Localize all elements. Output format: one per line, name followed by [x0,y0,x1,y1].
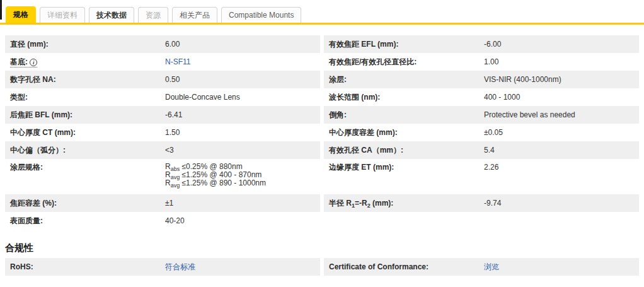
spec-label: 倒角: [324,106,484,124]
spec-value: 2.26 [484,159,639,194]
spec-label: 焦距容差 (%): [5,194,165,212]
spec-row-type: 类型: Double-Concave Lens [5,88,320,106]
substrate-link[interactable]: N-SF11 [165,57,190,66]
coating-spec-line: Ravg ≤1.25% @ 890 - 1000nm [165,179,320,187]
spec-value: Rabs ≤0.25% @ 880nm Ravg ≤1.25% @ 400 - … [165,159,320,194]
spec-row-radius: 半径 R1=-R2 (mm): -9.74 [324,194,639,212]
spec-value: 1.50 [165,124,320,141]
spec-value: 5.4 [484,141,639,159]
spec-row-clear-aperture: 有效孔径 CA（mm）: 5.4 [324,141,639,159]
spec-value: Protective bevel as needed [484,106,639,124]
spec-row-coating: 涂层: VIS-NIR (400-1000nm) [324,71,639,88]
spec-value: 0.50 [165,71,320,88]
tab-related-products[interactable]: 相关产品 [172,7,217,23]
spec-label: 有效焦距 EFL (mm): [324,35,484,53]
compliance-label: RoHS: [5,258,165,276]
spec-value: ±0.05 [484,124,639,141]
info-icon[interactable]: i [30,59,37,66]
spec-column-right: 有效焦距 EFL (mm): -6.00 有效焦距/有效孔径直径比: 1.00 … [324,35,639,230]
spec-label: 中心厚度容差 (mm): [324,124,484,141]
spec-value: -6.00 [484,35,639,53]
spec-label: 有效孔径 CA（mm）: [324,141,484,159]
spec-value: Double-Concave Lens [165,88,320,106]
spec-value: 400 - 1000 [484,88,639,106]
tab-accent-underline [0,23,644,25]
spec-row-center-thickness: 中心厚度 CT (mm): 1.50 [5,124,320,141]
compliance-row-certificate: Certificate of Conformance: 浏览 [324,258,639,276]
spec-row-wavelength-range: 波长范围 (nm): 400 - 1000 [324,88,639,106]
spec-label: 后焦距 BFL (mm): [5,106,165,124]
tab-details[interactable]: 详细资料 [40,7,85,23]
certificate-view-link[interactable]: 浏览 [484,262,499,271]
spec-row-focal-length-tolerance: 焦距容差 (%): ±1 [5,194,320,212]
compliance-label: Certificate of Conformance: [324,258,484,276]
spec-label-text: 基底: [10,57,28,66]
spec-row-fnumber: 有效焦距/有效孔径直径比: 1.00 [324,53,639,71]
spec-label: 中心偏（弧分）: [5,141,165,159]
spec-value: ±1 [165,194,320,212]
spec-row-coating-specification: 涂层规格: Rabs ≤0.25% @ 880nm Ravg ≤1.25% @ … [5,159,320,194]
spec-row-substrate: 基底: i N-SF11 [5,53,320,71]
spec-row-numerical-aperture: 数字孔径 NA: 0.50 [5,71,320,88]
spec-row-effective-focal-length: 有效焦距 EFL (mm): -6.00 [324,35,639,53]
compliance-column-right: Certificate of Conformance: 浏览 [324,258,639,276]
spec-value: 1.00 [484,53,639,71]
spec-row-bevel: 倒角: Protective bevel as needed [324,106,639,124]
spec-value: VIS-NIR (400-1000nm) [484,71,639,88]
tab-bar: 规格 详细资料 技术数据 资源 相关产品 Compatible Mounts [0,0,644,23]
spec-value: -6.41 [165,106,320,124]
spec-label: 类型: [5,88,165,106]
spec-label: 中心厚度 CT (mm): [5,124,165,141]
page-edge-bar [0,0,2,20]
spec-row-center-thickness-tolerance: 中心厚度容差 (mm): ±0.05 [324,124,639,141]
spec-label: 半径 R1=-R2 (mm): [324,194,484,212]
spec-value: <3 [165,141,320,159]
tab-resources[interactable]: 资源 [138,7,168,23]
spec-column-left: 直径 (mm): 6.00 基底: i N-SF11 数字孔径 NA: 0.50… [5,35,320,230]
tab-compatible-mounts[interactable]: Compatible Mounts [221,7,301,23]
spec-label: 直径 (mm): [5,35,165,53]
spec-row-empty [324,212,639,230]
spec-value: 6.00 [165,35,320,53]
spec-row-back-focal-length: 后焦距 BFL (mm): -6.41 [5,106,320,124]
tab-technical-data[interactable]: 技术数据 [89,7,134,23]
tab-specifications[interactable]: 规格 [6,6,36,23]
compliance-heading: 合规性 [5,242,639,254]
spec-row-edge-thickness: 边缘厚度 ET (mm): 2.26 [324,159,639,194]
spec-label: 涂层: [324,71,484,88]
compliance-section: RoHS: 符合标准 Certificate of Conformance: 浏… [5,258,639,276]
spec-value: 40-20 [165,212,320,230]
spec-row-diameter: 直径 (mm): 6.00 [5,35,320,53]
spec-label: 边缘厚度 ET (mm): [324,159,484,194]
specifications-section: 直径 (mm): 6.00 基底: i N-SF11 数字孔径 NA: 0.50… [5,35,639,230]
spec-label: 数字孔径 NA: [5,71,165,88]
spec-label: 涂层规格: [5,159,165,194]
spec-row-surface-quality: 表面质量: 40-20 [5,212,320,230]
spec-label: 表面质量: [5,212,165,230]
spec-value: -9.74 [484,194,639,212]
spec-label: 波长范围 (nm): [324,88,484,106]
compliance-row-rohs: RoHS: 符合标准 [5,258,320,276]
spec-row-centration: 中心偏（弧分）: <3 [5,141,320,159]
rohs-compliant-link[interactable]: 符合标准 [165,262,195,271]
spec-label: 基底: i [5,53,165,71]
compliance-column-left: RoHS: 符合标准 [5,258,320,276]
spec-label: 有效焦距/有效孔径直径比: [324,53,484,71]
